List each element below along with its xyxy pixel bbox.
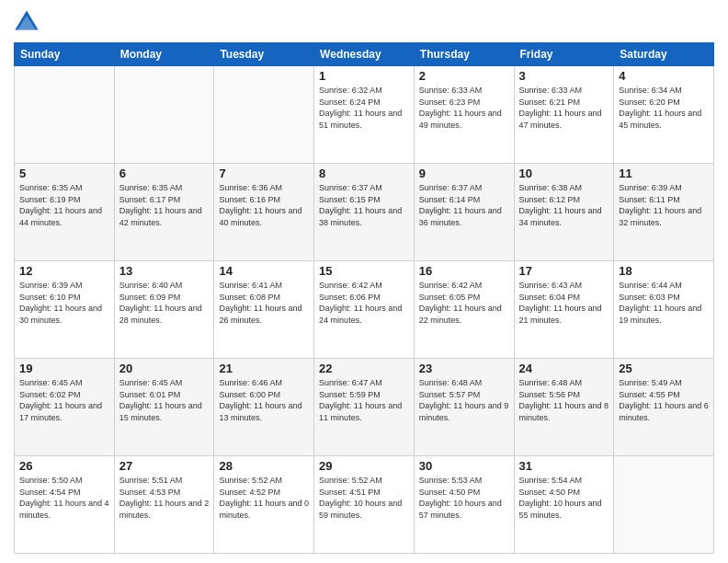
day-number: 9 <box>419 167 509 180</box>
day-info: Sunrise: 6:38 AMSunset: 6:12 PMDaylight:… <box>519 182 609 228</box>
day-cell: 7Sunrise: 6:36 AMSunset: 6:16 PMDaylight… <box>214 164 314 261</box>
day-cell: 12Sunrise: 6:39 AMSunset: 6:10 PMDayligh… <box>15 261 115 359</box>
day-number: 25 <box>619 362 709 375</box>
day-number: 6 <box>119 167 210 180</box>
day-number: 12 <box>19 264 109 278</box>
day-info: Sunrise: 5:49 AMSunset: 4:55 PMDaylight:… <box>619 377 709 423</box>
day-info: Sunrise: 6:33 AMSunset: 6:21 PMDaylight:… <box>519 85 609 131</box>
day-info: Sunrise: 6:39 AMSunset: 6:10 PMDaylight:… <box>19 280 109 326</box>
day-cell <box>114 66 214 164</box>
day-cell: 10Sunrise: 6:38 AMSunset: 6:12 PMDayligh… <box>514 164 614 261</box>
day-number: 10 <box>519 167 609 180</box>
day-cell: 20Sunrise: 6:45 AMSunset: 6:01 PMDayligh… <box>114 359 214 456</box>
day-number: 8 <box>319 167 409 180</box>
day-info: Sunrise: 6:42 AMSunset: 6:06 PMDaylight:… <box>319 280 409 326</box>
day-cell: 17Sunrise: 6:43 AMSunset: 6:04 PMDayligh… <box>514 261 614 359</box>
weekday-header-monday: Monday <box>114 43 214 66</box>
day-number: 24 <box>519 362 609 375</box>
day-number: 4 <box>619 69 709 83</box>
weekday-header-sunday: Sunday <box>15 43 115 66</box>
day-number: 26 <box>19 459 109 473</box>
day-cell: 23Sunrise: 6:48 AMSunset: 5:57 PMDayligh… <box>414 359 514 456</box>
day-number: 30 <box>419 459 509 473</box>
weekday-header-wednesday: Wednesday <box>314 43 415 66</box>
day-info: Sunrise: 6:35 AMSunset: 6:19 PMDaylight:… <box>19 182 109 228</box>
day-number: 16 <box>419 264 509 278</box>
day-info: Sunrise: 5:54 AMSunset: 4:50 PMDaylight:… <box>519 475 609 521</box>
weekday-header-tuesday: Tuesday <box>214 43 314 66</box>
logo-icon <box>14 9 40 35</box>
day-number: 5 <box>19 167 109 180</box>
day-cell: 9Sunrise: 6:37 AMSunset: 6:14 PMDaylight… <box>414 164 514 261</box>
day-number: 1 <box>319 69 409 83</box>
day-number: 28 <box>219 459 309 473</box>
day-cell: 19Sunrise: 6:45 AMSunset: 6:02 PMDayligh… <box>15 359 115 456</box>
weekday-header-friday: Friday <box>514 43 614 66</box>
day-cell: 24Sunrise: 6:48 AMSunset: 5:56 PMDayligh… <box>514 359 614 456</box>
week-row-5: 26Sunrise: 5:50 AMSunset: 4:54 PMDayligh… <box>15 456 714 554</box>
logo <box>14 9 43 35</box>
weekday-header-thursday: Thursday <box>414 43 514 66</box>
day-number: 7 <box>219 167 309 180</box>
day-info: Sunrise: 6:48 AMSunset: 5:57 PMDaylight:… <box>419 377 509 423</box>
day-info: Sunrise: 6:40 AMSunset: 6:09 PMDaylight:… <box>119 280 210 326</box>
day-cell: 16Sunrise: 6:42 AMSunset: 6:05 PMDayligh… <box>414 261 514 359</box>
day-number: 20 <box>119 362 210 375</box>
day-number: 27 <box>119 459 210 473</box>
day-cell: 11Sunrise: 6:39 AMSunset: 6:11 PMDayligh… <box>614 164 714 261</box>
day-number: 22 <box>319 362 409 375</box>
day-number: 21 <box>219 362 309 375</box>
weekday-header-saturday: Saturday <box>614 43 714 66</box>
day-info: Sunrise: 6:37 AMSunset: 6:14 PMDaylight:… <box>419 182 509 228</box>
day-cell: 18Sunrise: 6:44 AMSunset: 6:03 PMDayligh… <box>614 261 714 359</box>
day-info: Sunrise: 5:53 AMSunset: 4:50 PMDaylight:… <box>419 475 509 521</box>
day-cell <box>214 66 314 164</box>
day-number: 31 <box>519 459 609 473</box>
week-row-3: 12Sunrise: 6:39 AMSunset: 6:10 PMDayligh… <box>15 261 714 359</box>
day-cell: 28Sunrise: 5:52 AMSunset: 4:52 PMDayligh… <box>214 456 314 554</box>
day-info: Sunrise: 6:36 AMSunset: 6:16 PMDaylight:… <box>219 182 309 228</box>
weekday-header-row: SundayMondayTuesdayWednesdayThursdayFrid… <box>15 43 714 66</box>
day-info: Sunrise: 6:42 AMSunset: 6:05 PMDaylight:… <box>419 280 509 326</box>
day-info: Sunrise: 6:46 AMSunset: 6:00 PMDaylight:… <box>219 377 309 423</box>
calendar-table: SundayMondayTuesdayWednesdayThursdayFrid… <box>14 42 714 554</box>
header <box>14 9 714 35</box>
day-number: 18 <box>619 264 709 278</box>
day-number: 14 <box>219 264 309 278</box>
day-info: Sunrise: 6:33 AMSunset: 6:23 PMDaylight:… <box>419 85 509 131</box>
day-info: Sunrise: 5:51 AMSunset: 4:53 PMDaylight:… <box>119 475 210 521</box>
day-number: 19 <box>19 362 109 375</box>
day-info: Sunrise: 6:37 AMSunset: 6:15 PMDaylight:… <box>319 182 409 228</box>
day-number: 13 <box>119 264 210 278</box>
day-info: Sunrise: 5:52 AMSunset: 4:52 PMDaylight:… <box>219 475 309 521</box>
day-number: 3 <box>519 69 609 83</box>
day-cell: 4Sunrise: 6:34 AMSunset: 6:20 PMDaylight… <box>614 66 714 164</box>
day-cell: 30Sunrise: 5:53 AMSunset: 4:50 PMDayligh… <box>414 456 514 554</box>
day-number: 11 <box>619 167 709 180</box>
day-info: Sunrise: 6:44 AMSunset: 6:03 PMDaylight:… <box>619 280 709 326</box>
day-number: 29 <box>319 459 409 473</box>
day-number: 17 <box>519 264 609 278</box>
day-info: Sunrise: 6:47 AMSunset: 5:59 PMDaylight:… <box>319 377 409 423</box>
day-cell: 13Sunrise: 6:40 AMSunset: 6:09 PMDayligh… <box>114 261 214 359</box>
page: SundayMondayTuesdayWednesdayThursdayFrid… <box>0 0 728 563</box>
day-info: Sunrise: 6:34 AMSunset: 6:20 PMDaylight:… <box>619 85 709 131</box>
day-cell: 3Sunrise: 6:33 AMSunset: 6:21 PMDaylight… <box>514 66 614 164</box>
day-info: Sunrise: 6:41 AMSunset: 6:08 PMDaylight:… <box>219 280 309 326</box>
day-cell: 8Sunrise: 6:37 AMSunset: 6:15 PMDaylight… <box>314 164 415 261</box>
day-cell: 26Sunrise: 5:50 AMSunset: 4:54 PMDayligh… <box>15 456 115 554</box>
day-cell: 21Sunrise: 6:46 AMSunset: 6:00 PMDayligh… <box>214 359 314 456</box>
week-row-1: 1Sunrise: 6:32 AMSunset: 6:24 PMDaylight… <box>15 66 714 164</box>
day-cell: 14Sunrise: 6:41 AMSunset: 6:08 PMDayligh… <box>214 261 314 359</box>
day-info: Sunrise: 5:50 AMSunset: 4:54 PMDaylight:… <box>19 475 109 521</box>
day-info: Sunrise: 5:52 AMSunset: 4:51 PMDaylight:… <box>319 475 409 521</box>
day-info: Sunrise: 6:35 AMSunset: 6:17 PMDaylight:… <box>119 182 210 228</box>
day-cell <box>15 66 115 164</box>
day-info: Sunrise: 6:45 AMSunset: 6:02 PMDaylight:… <box>19 377 109 423</box>
day-info: Sunrise: 6:39 AMSunset: 6:11 PMDaylight:… <box>619 182 709 228</box>
day-info: Sunrise: 6:32 AMSunset: 6:24 PMDaylight:… <box>319 85 409 131</box>
day-cell: 27Sunrise: 5:51 AMSunset: 4:53 PMDayligh… <box>114 456 214 554</box>
week-row-2: 5Sunrise: 6:35 AMSunset: 6:19 PMDaylight… <box>15 164 714 261</box>
day-cell: 25Sunrise: 5:49 AMSunset: 4:55 PMDayligh… <box>614 359 714 456</box>
day-cell: 2Sunrise: 6:33 AMSunset: 6:23 PMDaylight… <box>414 66 514 164</box>
